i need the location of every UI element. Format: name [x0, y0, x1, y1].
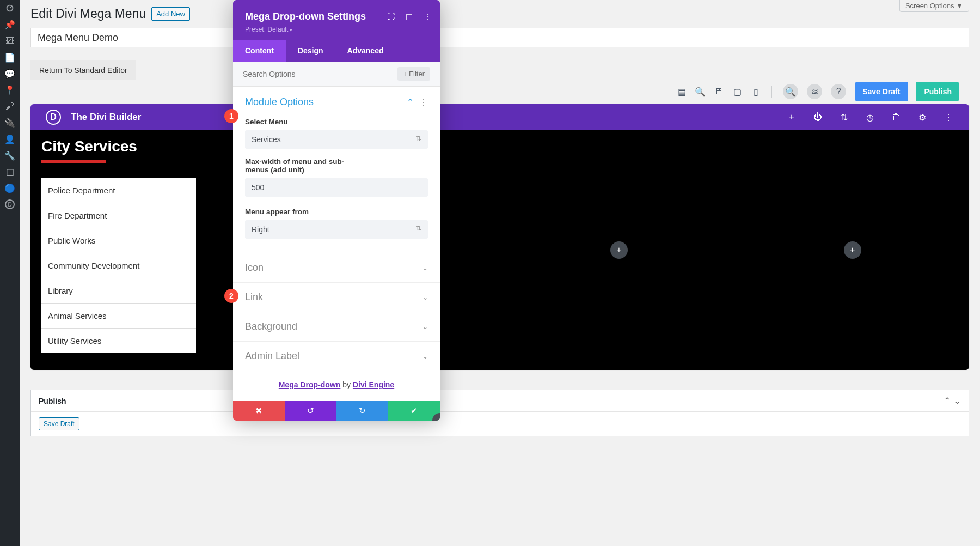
history-icon[interactable]: ◷ [865, 112, 875, 123]
select-menu-dropdown[interactable]: Services [245, 130, 428, 149]
publish-panel-title: Publish [39, 397, 66, 405]
menu-icon-dashboard[interactable] [0, 0, 20, 16]
chevron-down-icon: ⌄ [422, 294, 428, 301]
max-width-input[interactable] [245, 178, 428, 197]
menu-item[interactable]: Fire Department [41, 203, 196, 228]
more-icon[interactable]: ⋮ [943, 112, 954, 123]
annotation-badge-2: 2 [224, 289, 238, 303]
save-draft-button[interactable]: Save Draft [855, 82, 908, 101]
focus-icon[interactable]: ⛶ [387, 12, 395, 21]
divi-engine-link[interactable]: Divi Engine [353, 380, 394, 389]
menu-icon-plugin-color[interactable]: 🔵 [0, 180, 20, 196]
trash-icon[interactable]: 🗑 [891, 112, 902, 123]
return-standard-editor-button[interactable]: Return To Standard Editor [30, 60, 136, 80]
add-module-button[interactable]: + [844, 241, 861, 259]
screen-options-button[interactable]: Screen Options ▼ [899, 0, 969, 12]
undo-button[interactable]: ↺ [285, 401, 336, 421]
filter-button[interactable]: Filter [397, 67, 430, 81]
split-icon[interactable]: ◫ [406, 12, 413, 21]
builder-preview: City Services Police Department Fire Dep… [30, 130, 969, 370]
menu-item[interactable]: Community Development [41, 253, 196, 278]
tab-advanced[interactable]: Advanced [335, 40, 396, 62]
menu-icon-pin[interactable]: 📌 [0, 16, 20, 33]
accordion-background[interactable]: Background⌄ [233, 312, 440, 341]
main-content: Screen Options ▼ Edit Divi Mega Menu Add… [20, 0, 980, 546]
menu-icon-users[interactable]: 👤 [0, 131, 20, 147]
modal-preset[interactable]: Preset: Default [245, 26, 428, 33]
field-label-appear: Menu appear from [245, 208, 428, 216]
menu-icon-media[interactable]: 🖼 [0, 33, 20, 49]
builder-header: D The Divi Builder + ⏻ ⇅ ◷ 🗑 ⚙ ⋮ [30, 104, 969, 130]
tab-content[interactable]: Content [233, 40, 286, 62]
gear-icon[interactable]: ⚙ [917, 112, 928, 123]
toolbar-separator [771, 86, 772, 98]
menu-icon-settings[interactable]: ◫ [0, 163, 20, 180]
wp-admin-sidebar: 📌 🖼 📄 💬 📍 🖌 🔌 👤 🔧 ◫ 🔵 D [0, 0, 20, 546]
menu-icon-tools[interactable]: 🔧 [0, 147, 20, 163]
tablet-icon[interactable]: ▢ [732, 87, 742, 96]
modal-footer-credit: Mega Drop-down by Divi Engine [233, 371, 440, 401]
section-module-options[interactable]: Module Options [245, 96, 314, 108]
chevron-down-icon: ⌄ [422, 353, 428, 360]
chevron-down-icon: ⌄ [422, 323, 428, 331]
publish-button[interactable]: Publish [916, 82, 959, 101]
menu-item[interactable]: Police Department [41, 178, 196, 203]
annotation-badge-1: 1 [224, 109, 238, 123]
add-module-button[interactable]: + [610, 241, 628, 259]
menu-item[interactable]: Utility Services [41, 329, 196, 353]
menu-icon-divi[interactable]: D [0, 196, 20, 213]
menu-item[interactable]: Animal Services [41, 304, 196, 329]
preview-menu-list: Police Department Fire Department Public… [41, 178, 196, 353]
divi-logo-icon: D [46, 110, 61, 125]
chevron-up-icon[interactable]: ⌃ [407, 97, 414, 107]
builder-header-title: The Divi Builder [71, 112, 141, 123]
cancel-button[interactable]: ✖ [233, 401, 285, 421]
menu-item[interactable]: Library [41, 278, 196, 304]
page-title: Edit Divi Mega Menu [30, 7, 146, 21]
panel-collapse-down-icon[interactable]: ⌄ [954, 396, 961, 406]
sort-icon[interactable]: ⇅ [838, 112, 849, 123]
post-title-input[interactable] [30, 28, 969, 47]
menu-icon-brush[interactable]: 🖌 [0, 98, 20, 114]
add-new-button[interactable]: Add New [151, 7, 190, 21]
modal-tabs: Content Design Advanced [233, 40, 440, 62]
menu-icon-pages[interactable]: 📄 [0, 49, 20, 65]
accordion-link[interactable]: Link⌄ [233, 282, 440, 312]
add-icon[interactable]: + [786, 112, 797, 123]
builder-toolbar: ▤ 🔍 🖥 ▢ ▯ 🔍 ≋ ? Save DraftPublish [30, 80, 969, 101]
preview-heading: City Services [30, 130, 199, 160]
redo-button[interactable]: ↻ [336, 401, 388, 421]
menu-icon-comments[interactable]: 💬 [0, 65, 20, 82]
field-label-select-menu: Select Menu [245, 118, 428, 126]
layout-icon[interactable]: ▤ [677, 87, 687, 96]
accordion-admin-label[interactable]: Admin Label⌄ [233, 341, 440, 371]
section-more-icon[interactable]: ⋮ [419, 97, 428, 107]
builder-wrap: D The Divi Builder + ⏻ ⇅ ◷ 🗑 ⚙ ⋮ City Se… [30, 104, 969, 370]
mega-dropdown-link[interactable]: Mega Drop-down [279, 380, 341, 389]
search-circle-icon[interactable]: 🔍 [783, 84, 798, 99]
help-circle-icon[interactable]: ? [831, 84, 846, 99]
menu-icon-plugins[interactable]: 🔌 [0, 114, 20, 131]
layers-circle-icon[interactable]: ≋ [807, 84, 822, 99]
save-draft-small-button[interactable]: Save Draft [39, 417, 79, 430]
mobile-icon[interactable]: ▯ [751, 87, 761, 96]
appear-from-dropdown[interactable]: Right [245, 220, 428, 239]
menu-icon-pinned[interactable]: 📍 [0, 82, 20, 98]
search-options-input[interactable] [243, 70, 397, 78]
desktop-icon[interactable]: 🖥 [714, 87, 724, 96]
settings-modal: Mega Drop-down Settings Preset: Default … [233, 0, 440, 421]
search-icon[interactable]: 🔍 [695, 87, 705, 96]
publish-panel: Publish ⌃ ⌄ Save Draft [30, 390, 969, 436]
field-label-max-width: Max-width of menu and sub-menus (add uni… [245, 157, 354, 174]
power-icon[interactable]: ⏻ [812, 112, 823, 123]
accordion-icon[interactable]: Icon⌄ [233, 253, 440, 282]
chevron-down-icon: ⌄ [422, 264, 428, 272]
panel-collapse-up-icon[interactable]: ⌃ [944, 396, 951, 406]
more-v-icon[interactable]: ⋮ [424, 12, 431, 21]
tab-design[interactable]: Design [286, 40, 335, 62]
menu-item[interactable]: Public Works [41, 228, 196, 253]
